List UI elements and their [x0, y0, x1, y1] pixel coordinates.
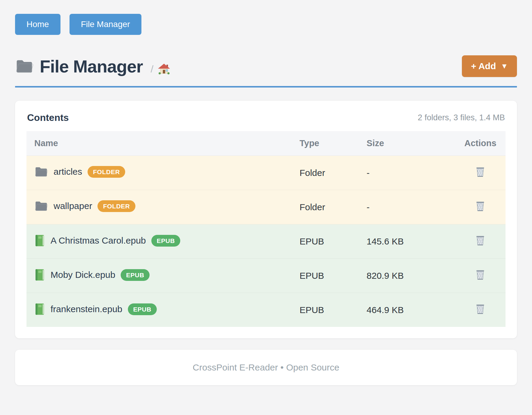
size-cell: 145.6 KB [367, 224, 455, 259]
page: Home File Manager File Manager / + Add ▼… [0, 0, 532, 385]
actions-cell [455, 190, 506, 224]
contents-card: Contents 2 folders, 3 files, 1.4 MB Name… [15, 101, 517, 338]
book-icon [34, 269, 45, 281]
trash-icon [475, 200, 486, 212]
title-divider [15, 86, 517, 88]
epub-badge: EPUB [121, 269, 150, 281]
folder-name-link[interactable]: articles [54, 167, 82, 177]
home-icon[interactable] [158, 63, 170, 75]
size-cell: - [367, 190, 455, 224]
file-manager-button[interactable]: File Manager [70, 14, 141, 35]
type-cell: EPUB [299, 259, 367, 293]
column-header-name: Name [26, 131, 299, 156]
folder-icon [34, 166, 48, 178]
file-name-link[interactable]: frankenstein.epub [51, 304, 122, 314]
actions-cell [455, 224, 506, 259]
column-header-actions: Actions [455, 131, 506, 156]
file-name-link[interactable]: Moby Dick.epub [51, 270, 115, 280]
size-cell: - [367, 156, 455, 190]
name-cell: Moby Dick.epub EPUB [26, 259, 299, 291]
actions-cell [455, 259, 506, 293]
contents-summary: 2 folders, 3 files, 1.4 MB [418, 113, 505, 122]
page-title: File Manager [40, 56, 143, 76]
type-cell: EPUB [299, 224, 367, 259]
trash-icon [475, 303, 486, 315]
table-row: frankenstein.epub EPUB EPUB 464.9 KB [26, 293, 506, 327]
footer: CrossPoint E-Reader • Open Source [15, 350, 517, 385]
trash-icon [475, 166, 486, 178]
home-button[interactable]: Home [15, 14, 60, 35]
delete-button[interactable] [475, 303, 486, 316]
trash-icon [475, 234, 486, 246]
footer-text: CrossPoint E-Reader • Open Source [28, 362, 504, 373]
actions-cell [455, 156, 506, 190]
delete-button[interactable] [475, 269, 486, 281]
table-row: articles FOLDER Folder - [26, 156, 506, 190]
table-row: A Christmas Carol.epub EPUB EPUB 145.6 K… [26, 224, 506, 259]
title-wrap: File Manager / [15, 56, 170, 76]
delete-button[interactable] [475, 234, 486, 247]
size-cell: 464.9 KB [367, 293, 455, 327]
name-cell: A Christmas Carol.epub EPUB [26, 224, 299, 257]
contents-title: Contents [27, 112, 69, 123]
column-header-type: Type [299, 131, 367, 156]
table-row: wallpaper FOLDER Folder - [26, 190, 506, 224]
type-cell: Folder [299, 190, 367, 224]
folder-name-link[interactable]: wallpaper [54, 201, 92, 211]
trash-icon [475, 269, 486, 281]
actions-cell [455, 293, 506, 327]
add-button[interactable]: + Add ▼ [462, 55, 517, 77]
breadcrumb-separator: / [151, 63, 153, 75]
folder-badge: FOLDER [88, 166, 125, 178]
type-cell: EPUB [299, 293, 367, 327]
page-header: File Manager / + Add ▼ [15, 55, 517, 77]
column-header-size: Size [367, 131, 455, 156]
book-icon [34, 303, 45, 315]
name-cell: wallpaper FOLDER [26, 190, 299, 222]
file-name-link[interactable]: A Christmas Carol.epub [51, 235, 146, 246]
name-cell: articles FOLDER [26, 156, 299, 188]
table-header-row: Name Type Size Actions [26, 131, 506, 156]
folder-icon [15, 58, 34, 74]
add-button-label: + Add [471, 62, 496, 71]
breadcrumb: / [151, 63, 170, 76]
type-cell: Folder [299, 156, 367, 190]
delete-button[interactable] [475, 200, 486, 213]
book-icon [34, 234, 45, 247]
epub-badge: EPUB [151, 235, 180, 247]
folder-icon [34, 200, 48, 212]
epub-badge: EPUB [128, 303, 157, 315]
folder-badge: FOLDER [97, 200, 135, 212]
top-nav: Home File Manager [15, 0, 517, 35]
caret-down-icon: ▼ [501, 63, 508, 70]
delete-button[interactable] [475, 166, 486, 179]
size-cell: 820.9 KB [367, 259, 455, 293]
table-row: Moby Dick.epub EPUB EPUB 820.9 KB [26, 259, 506, 293]
contents-header: Contents 2 folders, 3 files, 1.4 MB [26, 112, 506, 123]
files-table: Name Type Size Actions articles FOLDER F… [26, 131, 506, 327]
name-cell: frankenstein.epub EPUB [26, 293, 299, 325]
